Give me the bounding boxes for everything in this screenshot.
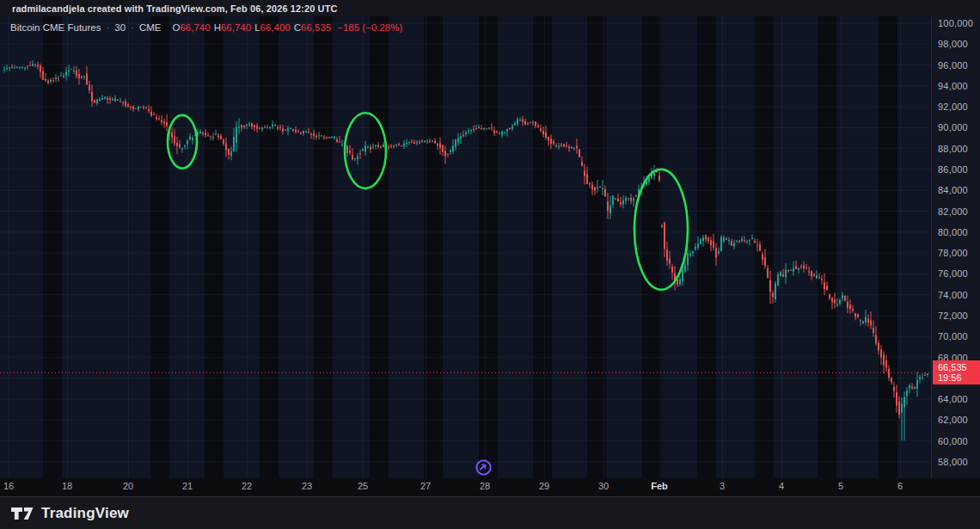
high-label: H <box>214 22 221 33</box>
close-value: 66,535 <box>301 22 331 33</box>
time-tick-label: 27 <box>420 481 431 491</box>
time-tick-label: 18 <box>62 481 72 491</box>
price-tick-label: 90,000 <box>938 122 968 132</box>
symbol-name[interactable]: Bitcoin CME Futures <box>10 22 101 33</box>
price-tick-label: 58,000 <box>938 457 968 467</box>
time-axis[interactable]: 1618202122232527282930Feb3456 <box>0 478 980 496</box>
price-tick-label: 86,000 <box>938 164 968 175</box>
attribution-text: radmilacandjela created with TradingView… <box>12 3 338 14</box>
price-axis[interactable]: 66,535 19:56 58,00060,00062,00064,00066,… <box>931 16 980 478</box>
time-tick-label: 28 <box>480 481 490 491</box>
time-tick-label: 16 <box>3 481 14 491</box>
price-tick-label: 70,000 <box>938 331 968 341</box>
low-value: 66,400 <box>260 22 291 33</box>
price-tick-label: 98,000 <box>938 39 968 49</box>
time-tick-label: 6 <box>897 481 903 491</box>
change-value: −185 (−0.28%) <box>337 22 402 33</box>
time-tick-label: 4 <box>779 481 784 491</box>
tradingview-logo[interactable]: TradingView <box>11 505 129 522</box>
price-tick-label: 80,000 <box>938 227 968 237</box>
time-tick-label: 22 <box>242 481 252 491</box>
price-tick-label: 62,000 <box>938 415 968 425</box>
tradingview-logo-icon <box>11 507 34 520</box>
time-tick-label: 30 <box>598 481 609 491</box>
price-tick-label: 96,000 <box>938 60 968 71</box>
high-value: 66,740 <box>221 22 251 33</box>
price-tick-label: 94,000 <box>938 81 968 91</box>
open-value: 66,740 <box>180 22 210 33</box>
price-tick-label: 76,000 <box>938 268 968 279</box>
legend-separator: · <box>131 22 134 33</box>
price-tick-label: 92,000 <box>938 101 968 112</box>
purple-marker-icon[interactable] <box>475 458 493 477</box>
last-price-value: 66,535 <box>938 362 980 372</box>
last-price-label: 66,535 19:56 <box>933 360 980 384</box>
candlestick-plot[interactable] <box>0 16 931 478</box>
time-tick-label: 5 <box>838 481 843 491</box>
time-tick-label: 23 <box>302 481 312 491</box>
exchange-label: CME <box>139 22 162 33</box>
time-tick-label: 29 <box>539 481 549 491</box>
footer-bar: TradingView <box>0 496 980 529</box>
price-tick-label: 60,000 <box>938 436 968 446</box>
time-tick-label: Feb <box>651 481 668 491</box>
interval-label[interactable]: 30 <box>114 22 126 33</box>
price-tick-label: 100,000 <box>938 18 973 28</box>
brand-name: TradingView <box>41 505 129 522</box>
price-tick-label: 82,000 <box>938 206 968 217</box>
price-tick-label: 78,000 <box>938 248 968 258</box>
price-tick-label: 84,000 <box>938 185 968 195</box>
countdown-timer: 19:56 <box>938 372 980 383</box>
ohlc-values: O66,740 H66,740 L66,400 C66,535 −185 (−0… <box>173 22 403 33</box>
time-tick-label: 20 <box>123 481 133 491</box>
symbol-legend[interactable]: Bitcoin CME Futures · 30 · CME O66,740 H… <box>10 22 402 33</box>
price-tick-label: 64,000 <box>938 394 968 404</box>
attribution-bar: radmilacandjela created with TradingView… <box>0 0 980 16</box>
price-tick-label: 72,000 <box>938 311 968 321</box>
close-label: C <box>294 22 301 33</box>
legend-separator: · <box>106 22 109 33</box>
time-tick-label: 21 <box>182 481 193 491</box>
chart-area[interactable]: Bitcoin CME Futures · 30 · CME O66,740 H… <box>0 16 980 478</box>
price-tick-label: 88,000 <box>938 144 968 154</box>
price-tick-label: 74,000 <box>938 290 968 300</box>
time-tick-label: 25 <box>358 481 368 491</box>
time-tick-label: 3 <box>720 481 725 491</box>
